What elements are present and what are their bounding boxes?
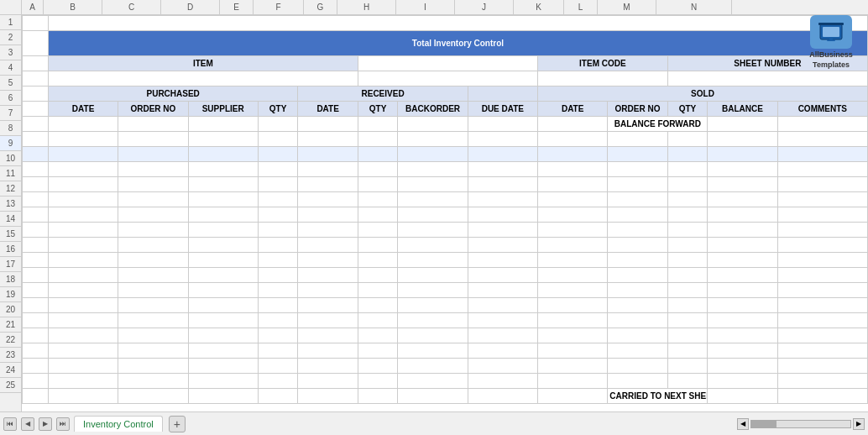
data-row-22	[23, 343, 868, 359]
item-code-label[interactable]: ITEM CODE	[538, 56, 668, 71]
col-m[interactable]: M	[598, 0, 656, 14]
tab-nav-next[interactable]: ▶	[39, 417, 52, 431]
data-row-24	[23, 374, 868, 389]
row-2: 2	[0, 30, 21, 45]
r5-a[interactable]	[23, 86, 49, 102]
qty-s-header[interactable]: QTY	[667, 102, 708, 117]
data-row-8	[23, 132, 868, 147]
r4-e[interactable]	[667, 71, 867, 86]
col-j[interactable]: J	[455, 0, 514, 14]
col-i[interactable]: I	[396, 0, 455, 14]
col-h[interactable]: H	[337, 0, 396, 14]
data-row-19	[23, 298, 868, 313]
row-8: 8	[0, 121, 21, 136]
r2-a[interactable]	[23, 31, 49, 56]
r7-n[interactable]	[777, 117, 867, 132]
add-sheet-button[interactable]: +	[169, 416, 186, 432]
r7-f[interactable]	[298, 117, 358, 132]
r4-a[interactable]	[23, 71, 49, 86]
tab-nav-last[interactable]: ⏭	[56, 417, 70, 431]
row-10: 10	[0, 151, 21, 166]
balance-header[interactable]: BALANCE	[708, 102, 777, 117]
r7-h[interactable]	[398, 117, 468, 132]
col-a[interactable]: A	[22, 0, 44, 14]
col-c[interactable]: C	[102, 0, 161, 14]
col-k[interactable]: K	[514, 0, 564, 14]
col-d[interactable]: D	[161, 0, 220, 14]
order-no-s-header[interactable]: ORDER NO	[608, 102, 667, 117]
data-table: Total Inventory Control ITEM ITEM CODE S…	[22, 15, 868, 404]
row-25: 25	[0, 378, 21, 393]
order-no-p-header[interactable]: ORDER NO	[118, 102, 188, 117]
date-r-header[interactable]: DATE	[298, 102, 358, 117]
row-1: 1	[0, 15, 21, 30]
r4-b[interactable]	[48, 71, 358, 86]
r3-empty[interactable]	[358, 56, 537, 71]
r4-c[interactable]	[358, 71, 537, 86]
tab-nav-prev[interactable]: ◀	[21, 417, 34, 431]
row-12: 12	[0, 181, 21, 197]
col-e[interactable]: E	[220, 0, 254, 14]
comments-header[interactable]: COMMENTS	[777, 102, 867, 117]
r1-rest[interactable]	[48, 16, 867, 31]
r7-j[interactable]	[538, 117, 608, 132]
col-f[interactable]: F	[254, 0, 304, 14]
sold-header[interactable]: SOLD	[538, 86, 868, 102]
scrollbar[interactable]	[750, 420, 851, 428]
date-s-header[interactable]: DATE	[538, 102, 608, 117]
qty-p-header[interactable]: QTY	[258, 102, 298, 117]
carried-next-row: CARRIED TO NEXT SHEET	[23, 389, 868, 404]
data-row-14	[23, 223, 868, 238]
r7-e[interactable]	[258, 117, 298, 132]
svg-rect-2	[818, 23, 844, 25]
r7-d[interactable]	[188, 117, 258, 132]
purchased-header[interactable]: PURCHASED	[48, 86, 297, 102]
r3-a[interactable]	[23, 56, 49, 71]
scroll-left[interactable]: ◀	[737, 418, 749, 430]
r1-a[interactable]	[23, 16, 49, 31]
scrollbar-thumb[interactable]	[751, 421, 776, 427]
col-g[interactable]: G	[304, 0, 337, 14]
row-19: 19	[0, 287, 21, 302]
received-header[interactable]: RECEIVED	[298, 86, 468, 102]
r6-a[interactable]	[23, 102, 49, 117]
row-21: 21	[0, 317, 21, 333]
r7-c[interactable]	[118, 117, 188, 132]
row-24: 24	[0, 363, 21, 378]
logo-templates: Templates	[797, 60, 865, 71]
logo-icon	[810, 15, 852, 49]
row-4-tr	[23, 71, 868, 86]
spreadsheet-container: AllBusiness Templates A B C D E F G H I …	[0, 0, 868, 435]
corner-cell	[0, 0, 22, 14]
item-label[interactable]: ITEM	[48, 56, 358, 71]
r7-a[interactable]	[23, 117, 49, 132]
r7-g[interactable]	[358, 117, 398, 132]
tab-nav-first[interactable]: ⏮	[3, 417, 17, 431]
inventory-control-tab[interactable]: Inventory Control	[74, 416, 163, 432]
r5-h[interactable]	[468, 86, 537, 102]
r7-b[interactable]	[48, 117, 118, 132]
due-date-header[interactable]: DUE DATE	[468, 102, 537, 117]
main-title[interactable]: Total Inventory Control	[48, 31, 867, 56]
qty-r-header[interactable]: QTY	[358, 102, 398, 117]
date-p-header[interactable]: DATE	[48, 102, 118, 117]
r4-d[interactable]	[538, 71, 668, 86]
section-header-row: PURCHASED RECEIVED SOLD	[23, 86, 868, 102]
backorder-header[interactable]: BACKORDER	[398, 102, 468, 117]
row-15: 15	[0, 227, 21, 242]
r7-i[interactable]	[468, 117, 537, 132]
r7-m[interactable]	[708, 117, 777, 132]
data-row-15	[23, 238, 868, 253]
item-header-row: ITEM ITEM CODE SHEET NUMBER	[23, 56, 868, 71]
supplier-header[interactable]: SUPPLIER	[188, 102, 258, 117]
col-l[interactable]: L	[564, 0, 598, 14]
balance-forward-label[interactable]: BALANCE FORWARD	[608, 117, 708, 132]
logo-company: AllBusiness	[797, 50, 865, 60]
scroll-right[interactable]: ▶	[853, 418, 865, 430]
col-b[interactable]: B	[44, 0, 102, 14]
col-n[interactable]: N	[656, 0, 732, 14]
sheet-body: 1 2 3 4 5 6 7 8 9 10 11 12 13 14 15 16 1…	[0, 15, 868, 411]
svg-rect-4	[827, 39, 835, 41]
carried-next-label[interactable]: CARRIED TO NEXT SHEET	[608, 389, 708, 404]
col-subheader-row: DATE ORDER NO SUPPLIER QTY DATE QTY BACK…	[23, 102, 868, 117]
